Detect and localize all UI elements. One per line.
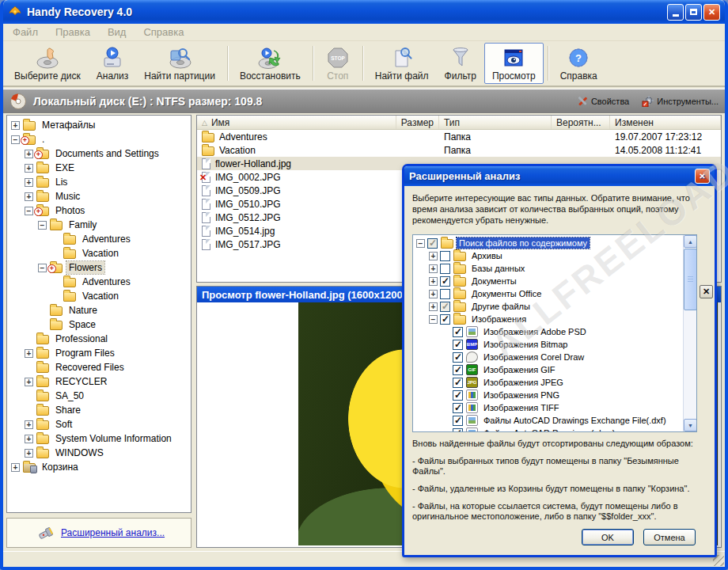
checkbox-checked[interactable]: [453, 365, 463, 375]
file-type-item[interactable]: Изображения Corel Draw: [415, 351, 696, 363]
tree-item[interactable]: Nature: [7, 303, 191, 317]
tree-item[interactable]: +RECYCLER: [7, 374, 191, 389]
column-header-name[interactable]: △ Имя: [197, 116, 396, 129]
checkbox-checked[interactable]: [440, 276, 450, 287]
analyze-button[interactable]: Анализ: [89, 43, 137, 84]
file-type-item[interactable]: GIFИзображения GIF: [415, 363, 696, 376]
expand-plus-icon[interactable]: +: [25, 449, 33, 458]
expand-plus-icon[interactable]: +: [25, 378, 33, 386]
minimize-button[interactable]: [667, 4, 684, 21]
checkbox-checked[interactable]: [453, 428, 463, 433]
dialog-close-button[interactable]: ✕: [695, 169, 710, 184]
menu-help[interactable]: Справка: [143, 26, 184, 38]
expand-plus-icon[interactable]: +: [429, 264, 438, 273]
tree-item[interactable]: −.: [7, 132, 191, 146]
checkbox-checked[interactable]: [453, 416, 463, 426]
cancel-button[interactable]: Отмена: [643, 529, 696, 545]
file-type-item[interactable]: +Документы: [415, 275, 696, 287]
file-type-item[interactable]: +Архивы: [415, 249, 696, 262]
collapse-minus-icon[interactable]: −: [429, 315, 438, 324]
recover-button[interactable]: Восстановить: [232, 43, 309, 84]
file-type-item[interactable]: BMPИзображения Bitmap: [415, 338, 696, 351]
file-type-item[interactable]: +Базы данных: [415, 262, 696, 275]
help-button[interactable]: ? Справка: [552, 43, 605, 84]
tree-item[interactable]: −Photos: [7, 203, 191, 218]
preview-close-button[interactable]: ✕: [700, 285, 713, 298]
file-type-item[interactable]: Изображения TIFF: [415, 401, 696, 414]
file-type-item[interactable]: JPGИзображения JPEG: [415, 376, 696, 389]
file-type-item[interactable]: Изображения PNG: [415, 389, 696, 401]
tools-button[interactable]: ✓ Инструменты...: [642, 96, 719, 107]
file-row[interactable]: VacationПапка14.05.2008 11:12:41: [197, 143, 721, 157]
select-disk-button[interactable]: Выберите диск: [6, 43, 89, 84]
column-header-modified[interactable]: Изменен: [610, 116, 721, 129]
scroll-down-icon[interactable]: ▼: [684, 419, 697, 431]
tree-item[interactable]: +System Volume Information: [7, 431, 191, 446]
tree-item[interactable]: SA_50: [7, 389, 191, 403]
collapse-minus-icon[interactable]: −: [38, 221, 47, 230]
tree-item[interactable]: +Program Files: [7, 346, 191, 360]
tree-item[interactable]: +Music: [7, 189, 191, 203]
checkbox-grayed[interactable]: [440, 302, 450, 312]
tree-item[interactable]: −Family: [7, 218, 191, 232]
maximize-button[interactable]: [685, 4, 702, 21]
expand-plus-icon[interactable]: +: [11, 463, 20, 472]
expand-plus-icon[interactable]: +: [429, 277, 438, 286]
collapse-minus-icon[interactable]: −: [38, 264, 47, 272]
checkbox-checked[interactable]: [453, 403, 463, 413]
tree-item[interactable]: Adventures: [7, 232, 191, 246]
file-type-item[interactable]: Файлы AutoCAD Drawings Exchange File(.dx…: [415, 414, 696, 427]
file-type-item[interactable]: +Другие файлы: [415, 300, 696, 313]
expand-plus-icon[interactable]: +: [25, 420, 33, 429]
checkbox-unchecked[interactable]: [440, 289, 450, 299]
file-type-item[interactable]: Изображения Adobe PSD: [415, 325, 696, 338]
checkbox-checked[interactable]: [453, 378, 463, 388]
file-type-item[interactable]: +Документы Office: [415, 287, 696, 300]
scroll-up-icon[interactable]: ▲: [684, 235, 697, 248]
expand-plus-icon[interactable]: +: [25, 178, 33, 187]
expand-plus-icon[interactable]: +: [25, 349, 33, 358]
tree-item[interactable]: +Корзина: [7, 460, 191, 474]
close-button[interactable]: ✕: [703, 4, 720, 21]
tree-item[interactable]: +Soft: [7, 417, 191, 431]
tree-item[interactable]: Vacation: [7, 289, 191, 303]
tree-item[interactable]: +EXE: [7, 161, 191, 175]
scrollbar-thumb[interactable]: [684, 249, 697, 310]
find-partitions-button[interactable]: Найти партиции: [136, 43, 223, 84]
checkbox-checked[interactable]: [453, 390, 463, 401]
collapse-minus-icon[interactable]: −: [25, 207, 33, 215]
column-header-type[interactable]: Тип: [439, 116, 552, 129]
tree-item[interactable]: +Lis: [7, 175, 191, 189]
file-type-item[interactable]: −Поиск файлов по содержимому: [415, 237, 696, 249]
tree-item[interactable]: Adventures: [7, 275, 191, 289]
preview-button[interactable]: Просмотр: [484, 43, 544, 84]
menu-edit[interactable]: Правка: [55, 26, 90, 38]
column-header-probability[interactable]: Вероятн...: [552, 116, 610, 129]
extended-analysis-link[interactable]: Расширенный анализ...: [61, 527, 165, 538]
checkbox-checked[interactable]: [453, 327, 463, 337]
expand-plus-icon[interactable]: +: [25, 192, 33, 201]
find-file-button[interactable]: Найти файл: [367, 43, 437, 84]
expand-plus-icon[interactable]: +: [25, 435, 33, 443]
expand-plus-icon[interactable]: +: [429, 290, 438, 298]
properties-button[interactable]: Свойства: [577, 96, 629, 107]
tree-item[interactable]: −Flowers: [7, 260, 191, 275]
file-row[interactable]: AdventuresПапка19.07.2007 17:23:12: [197, 130, 721, 143]
filter-button[interactable]: Фильтр: [437, 43, 484, 84]
checkbox-unchecked[interactable]: [440, 264, 450, 274]
column-header-size[interactable]: Размер: [396, 116, 439, 129]
tree-item[interactable]: Professional: [7, 332, 191, 346]
expand-plus-icon[interactable]: +: [429, 302, 438, 311]
menu-view[interactable]: Вид: [108, 26, 127, 38]
expand-plus-icon[interactable]: +: [25, 164, 33, 173]
expand-plus-icon[interactable]: +: [429, 252, 438, 260]
expand-plus-icon[interactable]: +: [25, 150, 33, 158]
dialog-scrollbar[interactable]: ▲ ▼: [683, 235, 696, 431]
file-type-item[interactable]: Файлы AutoCAD Drawings (.dwg): [415, 427, 696, 432]
expand-plus-icon[interactable]: +: [11, 121, 20, 130]
menu-file[interactable]: Файл: [13, 26, 38, 38]
collapse-minus-icon[interactable]: −: [11, 135, 20, 144]
tree-item[interactable]: +Метафайлы: [7, 118, 191, 132]
file-type-item[interactable]: −Изображения: [415, 313, 696, 325]
tree-item[interactable]: +WINDOWS: [7, 446, 191, 460]
